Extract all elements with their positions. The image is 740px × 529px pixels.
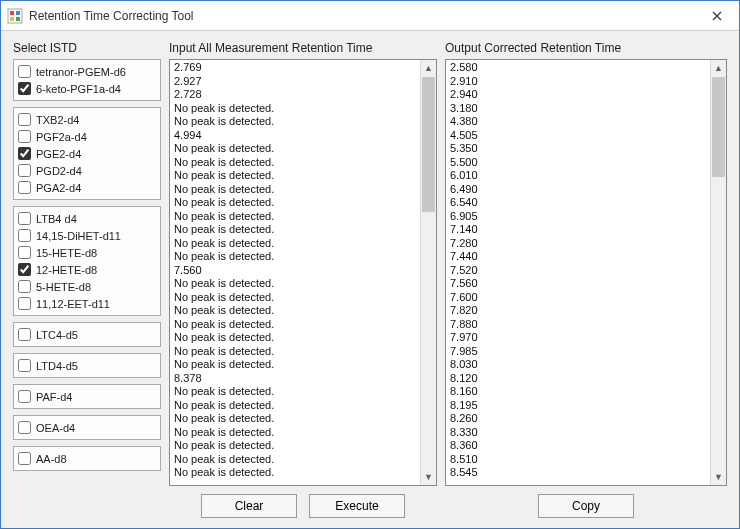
istd-item[interactable]: OEA-d4: [18, 419, 156, 436]
istd-checkbox[interactable]: [18, 181, 31, 194]
istd-item[interactable]: 14,15-DiHET-d11: [18, 227, 156, 244]
istd-group: LTC4-d5: [13, 322, 161, 347]
istd-group: LTD4-d5: [13, 353, 161, 378]
istd-item-label: PGE2-d4: [36, 148, 81, 160]
istd-item-label: 12-HETE-d8: [36, 264, 97, 276]
scroll-up-icon[interactable]: ▲: [711, 60, 726, 76]
istd-checkbox[interactable]: [18, 246, 31, 259]
istd-item[interactable]: LTD4-d5: [18, 357, 156, 374]
istd-item[interactable]: PGF2a-d4: [18, 128, 156, 145]
select-istd-label: Select ISTD: [13, 41, 161, 55]
istd-checkbox[interactable]: [18, 229, 31, 242]
istd-item-label: 14,15-DiHET-d11: [36, 230, 121, 242]
input-list-content: 2.769 2.927 2.728 No peak is detected. N…: [170, 60, 420, 485]
istd-checkbox[interactable]: [18, 328, 31, 341]
istd-item-label: 5-HETE-d8: [36, 281, 91, 293]
istd-group: AA-d8: [13, 446, 161, 471]
svg-rect-3: [10, 17, 14, 21]
istd-item-label: 11,12-EET-d11: [36, 298, 110, 310]
istd-checkbox[interactable]: [18, 212, 31, 225]
istd-item[interactable]: 11,12-EET-d11: [18, 295, 156, 312]
istd-checkbox[interactable]: [18, 82, 31, 95]
istd-item-label: TXB2-d4: [36, 114, 79, 126]
istd-item[interactable]: 12-HETE-d8: [18, 261, 156, 278]
output-list-content: 2.580 2.910 2.940 3.180 4.380 4.505 5.35…: [446, 60, 710, 485]
output-list-label: Output Corrected Retention Time: [445, 41, 727, 55]
istd-group: tetranor-PGEM-d66-keto-PGF1a-d4: [13, 59, 161, 101]
istd-item[interactable]: PGD2-d4: [18, 162, 156, 179]
istd-item-label: PGF2a-d4: [36, 131, 87, 143]
istd-item[interactable]: PGE2-d4: [18, 145, 156, 162]
istd-checkbox[interactable]: [18, 452, 31, 465]
svg-rect-1: [10, 11, 14, 15]
istd-item[interactable]: 15-HETE-d8: [18, 244, 156, 261]
close-button[interactable]: [694, 1, 739, 31]
istd-item-label: PGA2-d4: [36, 182, 81, 194]
titlebar: Retention Time Correcting Tool: [1, 1, 739, 31]
istd-group: LTB4 d414,15-DiHET-d1115-HETE-d812-HETE-…: [13, 206, 161, 316]
istd-checkbox[interactable]: [18, 147, 31, 160]
copy-button[interactable]: Copy: [538, 494, 634, 518]
istd-item[interactable]: PGA2-d4: [18, 179, 156, 196]
input-listbox[interactable]: 2.769 2.927 2.728 No peak is detected. N…: [169, 59, 437, 486]
istd-item[interactable]: tetranor-PGEM-d6: [18, 63, 156, 80]
istd-checkbox[interactable]: [18, 263, 31, 276]
istd-checkbox[interactable]: [18, 359, 31, 372]
scroll-down-icon[interactable]: ▼: [421, 469, 436, 485]
istd-checkbox[interactable]: [18, 297, 31, 310]
istd-checkbox[interactable]: [18, 421, 31, 434]
istd-item-label: 6-keto-PGF1a-d4: [36, 83, 121, 95]
istd-item-label: 15-HETE-d8: [36, 247, 97, 259]
istd-item-label: OEA-d4: [36, 422, 75, 434]
istd-item-label: LTB4 d4: [36, 213, 77, 225]
execute-button[interactable]: Execute: [309, 494, 405, 518]
istd-checkbox[interactable]: [18, 113, 31, 126]
scroll-up-icon[interactable]: ▲: [421, 60, 436, 76]
istd-group: PAF-d4: [13, 384, 161, 409]
istd-item[interactable]: 5-HETE-d8: [18, 278, 156, 295]
istd-group: OEA-d4: [13, 415, 161, 440]
output-listbox[interactable]: 2.580 2.910 2.940 3.180 4.380 4.505 5.35…: [445, 59, 727, 486]
istd-item[interactable]: LTB4 d4: [18, 210, 156, 227]
istd-item[interactable]: LTC4-d5: [18, 326, 156, 343]
svg-rect-2: [16, 11, 20, 15]
input-list-label: Input All Measurement Retention Time: [169, 41, 437, 55]
app-icon: [7, 8, 23, 24]
input-scroll-thumb[interactable]: [422, 77, 435, 212]
istd-item-label: LTC4-d5: [36, 329, 78, 341]
clear-button[interactable]: Clear: [201, 494, 297, 518]
output-scroll-thumb[interactable]: [712, 77, 725, 177]
istd-checkbox[interactable]: [18, 280, 31, 293]
istd-checkbox[interactable]: [18, 130, 31, 143]
istd-item-label: PGD2-d4: [36, 165, 82, 177]
input-scrollbar[interactable]: ▲ ▼: [420, 60, 436, 485]
istd-checkbox[interactable]: [18, 164, 31, 177]
istd-item[interactable]: 6-keto-PGF1a-d4: [18, 80, 156, 97]
istd-item-label: LTD4-d5: [36, 360, 78, 372]
istd-item[interactable]: AA-d8: [18, 450, 156, 467]
istd-group: TXB2-d4PGF2a-d4PGE2-d4PGD2-d4PGA2-d4: [13, 107, 161, 200]
istd-groups: tetranor-PGEM-d66-keto-PGF1a-d4TXB2-d4PG…: [13, 59, 161, 518]
scroll-down-icon[interactable]: ▼: [711, 469, 726, 485]
istd-item-label: tetranor-PGEM-d6: [36, 66, 126, 78]
output-scrollbar[interactable]: ▲ ▼: [710, 60, 726, 485]
window-title: Retention Time Correcting Tool: [29, 9, 194, 23]
istd-item-label: AA-d8: [36, 453, 67, 465]
istd-checkbox[interactable]: [18, 390, 31, 403]
istd-item[interactable]: TXB2-d4: [18, 111, 156, 128]
istd-checkbox[interactable]: [18, 65, 31, 78]
istd-item[interactable]: PAF-d4: [18, 388, 156, 405]
svg-rect-4: [16, 17, 20, 21]
istd-item-label: PAF-d4: [36, 391, 72, 403]
